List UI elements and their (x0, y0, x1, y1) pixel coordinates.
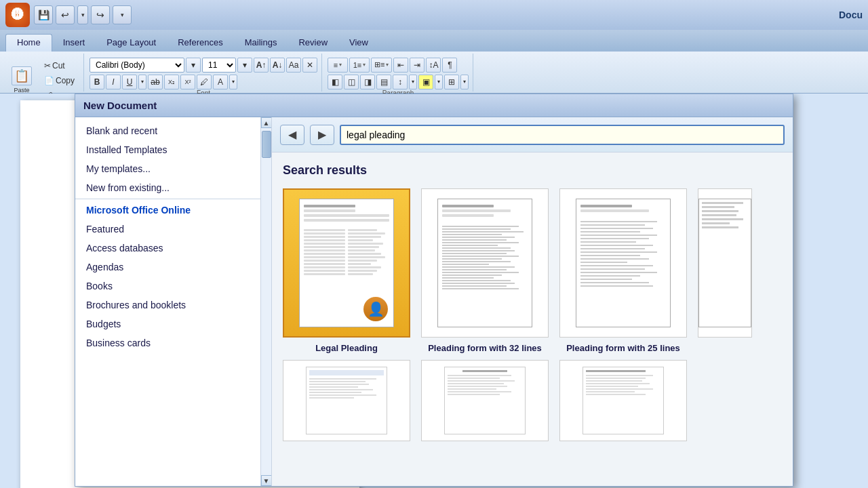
font-size-dropdown[interactable]: ▾ (237, 58, 252, 73)
tab-pagelayout[interactable]: Page Layout (96, 35, 167, 52)
borders-button[interactable]: ⊞ (444, 75, 459, 89)
decrease-indent-button[interactable]: ⇤ (393, 58, 408, 73)
results-title: Search results (283, 163, 782, 178)
tab-insert[interactable]: Insert (52, 35, 96, 52)
bold-button[interactable]: B (90, 75, 104, 89)
sidebar-divider (75, 199, 260, 199)
sidebar-item-businesscards[interactable]: Business cards (75, 333, 260, 352)
tab-mailings[interactable]: Mailings (234, 35, 288, 52)
copy-button[interactable]: 📄 Copy (39, 74, 79, 87)
template-card-partial[interactable] (698, 188, 752, 354)
template-card-row2-3[interactable] (559, 360, 687, 441)
sidebar-item-books[interactable]: Books (75, 277, 260, 296)
template-card-legal-pleading[interactable]: 👤 Legal Pleading (283, 188, 410, 354)
sidebar-item-mytemplates[interactable]: My templates... (75, 159, 260, 178)
scroll-track[interactable] (261, 128, 271, 475)
italic-button[interactable]: I (106, 75, 121, 89)
template-card-row2-1[interactable] (283, 360, 410, 441)
change-case-button[interactable]: Aa (286, 58, 301, 73)
show-marks-button[interactable]: ¶ (442, 58, 457, 73)
subscript-button[interactable]: X₂ (164, 75, 179, 89)
scroll-thumb[interactable] (262, 131, 271, 158)
borders-dropdown[interactable]: ▾ (460, 75, 469, 89)
shading-dropdown[interactable]: ▾ (435, 75, 443, 89)
sidebar-item-newexisting[interactable]: New from existing... (75, 178, 260, 197)
font-color-button[interactable]: A (213, 75, 228, 89)
tab-references[interactable]: References (167, 35, 233, 52)
redo-button[interactable]: ↪ (91, 5, 110, 24)
paste-button[interactable]: 📋 Paste (7, 64, 37, 96)
new-document-dialog: New Document Blank and recent Installed … (75, 94, 793, 487)
ribbon-group-font: Calibri (Body) ▾ 11 ▾ A↑ A↓ Aa ✕ B I U ▾… (85, 54, 322, 92)
font-name-dropdown[interactable]: ▾ (186, 58, 201, 73)
align-center-button[interactable]: ◫ (344, 75, 359, 89)
sidebar-item-agendas[interactable]: Agendas (75, 258, 260, 277)
superscript-button[interactable]: X² (180, 75, 195, 89)
template-thumb-r2-2 (421, 360, 549, 441)
sidebar-item-access[interactable]: Access databases (75, 239, 260, 258)
justify-button[interactable]: ▤ (376, 75, 391, 89)
sidebar-item-brochures[interactable]: Brochures and booklets (75, 296, 260, 314)
strikethrough-button[interactable]: ab (148, 75, 163, 89)
pleading-32-preview (437, 199, 532, 327)
undo-button[interactable]: ↩ (56, 5, 75, 24)
quick-access-toolbar: 💾 ↩ ▾ ↪ ▾ (34, 5, 132, 24)
grow-font-button[interactable]: A↑ (254, 58, 269, 73)
template-label-pleading-32: Pleading form with 32 lines (421, 343, 549, 354)
dialog-sidebar: Blank and recent Installed Templates My … (75, 117, 272, 486)
bullets-button[interactable]: ≡ ▾ (328, 58, 348, 73)
main-area: New Document Blank and recent Installed … (0, 94, 868, 488)
sidebar-scrollbar[interactable]: ▲ ▼ (260, 117, 271, 486)
tab-view[interactable]: View (338, 35, 379, 52)
back-button[interactable]: ◀ (280, 125, 304, 145)
increase-indent-button[interactable]: ⇥ (410, 58, 425, 73)
template-card-row2-2[interactable] (421, 360, 549, 441)
line-spacing-dropdown[interactable]: ▾ (409, 75, 417, 89)
underline-dropdown[interactable]: ▾ (138, 75, 146, 89)
highlight-button[interactable]: 🖊 (197, 75, 212, 89)
font-size-select[interactable]: 11 (202, 58, 236, 73)
search-input[interactable] (340, 125, 785, 145)
numbering-button[interactable]: 1≡ ▾ (349, 58, 370, 73)
scissors-icon: ✂ (44, 61, 51, 70)
dialog-content: ◀ ▶ Search results (272, 117, 793, 486)
scroll-down-button[interactable]: ▼ (261, 475, 272, 486)
pleading-25-preview (576, 199, 671, 327)
template-thumb-selected: 👤 (283, 188, 410, 338)
dialog-overlay: New Document Blank and recent Installed … (0, 94, 868, 488)
shading-button[interactable]: ▣ (418, 75, 433, 89)
line-spacing-button[interactable]: ↕ (393, 75, 408, 89)
copy-label: Copy (56, 76, 75, 85)
shrink-font-button[interactable]: A↓ (270, 58, 285, 73)
sidebar-item-budgets[interactable]: Budgets (75, 314, 260, 333)
scroll-up-button[interactable]: ▲ (261, 117, 272, 128)
align-left-button[interactable]: ◧ (328, 75, 342, 89)
save-button[interactable]: 💾 (34, 5, 53, 24)
multilevel-button[interactable]: ⊞≡ ▾ (371, 58, 392, 73)
customize-button[interactable]: ▾ (113, 5, 132, 24)
cut-button[interactable]: ✂ Cut (39, 59, 79, 73)
template-thumb-r2-1 (283, 360, 410, 441)
font-name-select[interactable]: Calibri (Body) (90, 58, 184, 73)
tab-review[interactable]: Review (288, 35, 338, 52)
template-card-pleading-32[interactable]: Pleading form with 32 lines (421, 188, 549, 354)
underline-button[interactable]: U (122, 75, 137, 89)
sidebar-item-installed[interactable]: Installed Templates (75, 140, 260, 159)
template-card-pleading-25[interactable]: Pleading form with 25 lines (559, 188, 687, 354)
legal-pleading-preview: 👤 (299, 199, 394, 327)
font-color-dropdown[interactable]: ▾ (229, 75, 237, 89)
sort-button[interactable]: ↕A (426, 58, 441, 73)
sidebar-item-featured[interactable]: Featured (75, 220, 260, 239)
cut-label: Cut (52, 61, 65, 70)
sidebar-item-msonline[interactable]: Microsoft Office Online (75, 201, 260, 220)
template-thumb-32 (421, 188, 549, 338)
align-right-button[interactable]: ◨ (360, 75, 375, 89)
ribbon-tabs: Home Insert Page Layout References Maili… (0, 30, 868, 52)
document-area: New Document Blank and recent Installed … (0, 94, 868, 488)
undo-dropdown-button[interactable]: ▾ (77, 5, 88, 24)
tab-home[interactable]: Home (5, 34, 52, 52)
sidebar-item-blank[interactable]: Blank and recent (75, 121, 260, 140)
clear-format-button[interactable]: ✕ (302, 58, 317, 73)
forward-button[interactable]: ▶ (310, 125, 334, 145)
template-label-pleading-25: Pleading form with 25 lines (559, 343, 687, 354)
